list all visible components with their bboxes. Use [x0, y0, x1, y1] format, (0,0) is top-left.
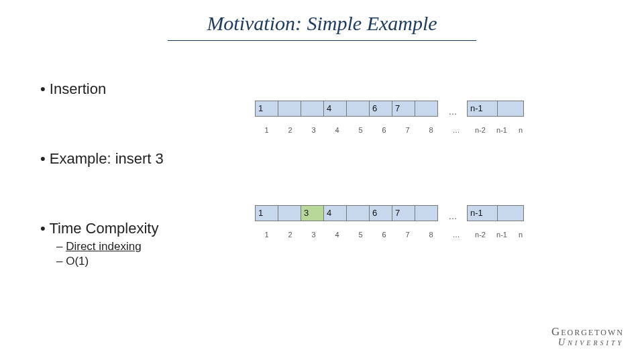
logo-sub: University [503, 337, 624, 349]
idx: 3 [302, 126, 325, 134]
cell-end: n-1 [467, 101, 498, 117]
ellipsis-icon: … [443, 231, 470, 239]
idx: 4 [325, 126, 349, 134]
page-title: Motivation: Simple Example [0, 12, 644, 35]
idx-end: n-2 [470, 126, 491, 134]
cell: 4 [323, 101, 347, 117]
cell-value: 7 [395, 103, 400, 113]
cell: 4 [323, 205, 347, 221]
idx-end: n-2 [470, 231, 491, 239]
logo: Georgetown University [503, 326, 624, 349]
cell-value: 1 [258, 208, 263, 218]
sub-list: Direct indexing O(1) [56, 240, 241, 268]
cell-value: 4 [327, 208, 331, 218]
cell-end [497, 205, 524, 221]
sub-o1: O(1) [56, 255, 241, 268]
idx: 8 [419, 231, 443, 239]
sub-direct-indexing-label: Direct indexing [66, 240, 141, 253]
cell [415, 205, 438, 221]
cell: 7 [392, 101, 415, 117]
cell [278, 101, 301, 117]
ellipsis-icon: … [439, 205, 466, 221]
ellipsis-icon: … [439, 101, 466, 117]
array-after: 1 3 4 6 7 … n-1 1 2 3 4 5 6 7 8 … n-2 n-… [255, 200, 529, 239]
idx: 7 [396, 231, 419, 239]
idx: 5 [349, 231, 372, 239]
cell: 6 [369, 101, 392, 117]
idx: 4 [325, 231, 349, 239]
array-before: 1 4 6 7 … n-1 1 2 3 4 5 6 7 8 … n-2 n-1 … [255, 95, 529, 134]
bullet-complexity-label: Time Complexity [49, 220, 158, 237]
cell-value: 1 [258, 103, 263, 113]
idx-end: n-1 [491, 126, 513, 134]
idx-end: n-1 [491, 231, 513, 239]
ellipsis-icon: … [443, 126, 470, 134]
bullet-list: Insertion Example: insert 3 Time Complex… [40, 80, 241, 268]
array-after-cells: 1 3 4 6 7 … n-1 [255, 200, 529, 221]
bullet-insertion: Insertion [40, 80, 241, 98]
cell [301, 101, 324, 117]
idx: 1 [255, 126, 278, 134]
idx: 3 [302, 231, 325, 239]
sub-direct-indexing: Direct indexing [56, 240, 241, 253]
bullet-example: Example: insert 3 [40, 150, 241, 168]
cell-value: n-1 [470, 208, 483, 218]
cell: 1 [255, 205, 278, 221]
idx-end: n [513, 231, 529, 239]
idx: 8 [419, 126, 443, 134]
cell [278, 205, 301, 221]
cell-value: 7 [395, 208, 400, 218]
cell-end: n-1 [467, 205, 498, 221]
array-after-indices: 1 2 3 4 5 6 7 8 … n-2 n-1 n [255, 231, 529, 239]
idx: 2 [278, 231, 302, 239]
cell-value: n-1 [470, 103, 483, 113]
cell [346, 205, 370, 221]
cell [415, 101, 438, 117]
cell-value: 6 [372, 103, 377, 113]
cell-inserted: 3 [301, 205, 324, 221]
cell-value: 4 [327, 103, 331, 113]
idx-end: n [513, 126, 529, 134]
array-before-cells: 1 4 6 7 … n-1 [255, 95, 529, 117]
logo-name: Georgetown [503, 326, 624, 337]
idx: 6 [372, 126, 396, 134]
cell [346, 101, 370, 117]
array-before-indices: 1 2 3 4 5 6 7 8 … n-2 n-1 n [255, 126, 529, 134]
cell: 7 [392, 205, 415, 221]
idx: 6 [372, 231, 396, 239]
cell: 6 [369, 205, 392, 221]
idx: 5 [349, 126, 372, 134]
bullet-complexity: Time Complexity Direct indexing O(1) [40, 220, 241, 268]
cell: 1 [255, 101, 278, 117]
idx: 7 [396, 126, 419, 134]
idx: 2 [278, 126, 302, 134]
cell-value: 6 [372, 208, 377, 218]
cell-value: 3 [304, 208, 309, 218]
title-underline [168, 40, 476, 41]
cell-end [497, 101, 524, 117]
idx: 1 [255, 231, 278, 239]
